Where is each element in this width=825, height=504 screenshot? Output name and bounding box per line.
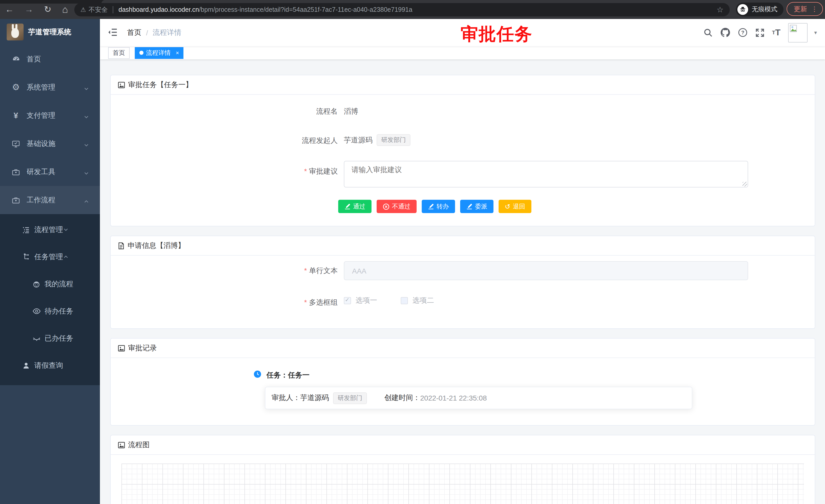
eye-closed-icon bbox=[31, 334, 42, 343]
dept-tag: 研发部门 bbox=[377, 134, 410, 146]
approver-value: 芋道源码 bbox=[300, 393, 329, 403]
required-asterisk: * bbox=[304, 298, 307, 306]
tree-icon bbox=[21, 253, 31, 261]
incognito-badge: 无痕模式 bbox=[736, 3, 783, 16]
sidebar-item-payment[interactable]: ¥ 支付管理 bbox=[0, 101, 100, 130]
url-path: /bpm/process-instance/detail?id=54aa251f… bbox=[199, 6, 712, 13]
tag-label: 流程详情 bbox=[146, 49, 171, 57]
browser-forward-button[interactable]: → bbox=[24, 4, 33, 15]
delegate-button[interactable]: 委派 bbox=[460, 200, 494, 213]
kebab-menu-icon[interactable]: ⋮ bbox=[811, 5, 818, 13]
process-starter-value: 芋道源码 bbox=[344, 136, 373, 145]
button-label: 不通过 bbox=[392, 202, 410, 211]
button-label: 通过 bbox=[353, 202, 365, 211]
sidebar-logo-row[interactable]: 芋道管理系统 bbox=[0, 19, 100, 45]
required-asterisk: * bbox=[304, 266, 307, 274]
bookmark-star-icon[interactable]: ☆ bbox=[717, 5, 724, 14]
button-label: 委派 bbox=[475, 202, 487, 211]
card-title: 流程图 bbox=[128, 440, 150, 449]
dept-tag: 研发部门 bbox=[333, 392, 367, 404]
card-title: 申请信息【滔博】 bbox=[128, 241, 185, 250]
font-size-icon[interactable]: TT bbox=[772, 28, 780, 37]
sidebar-item-home[interactable]: 首页 bbox=[0, 45, 100, 73]
github-icon[interactable] bbox=[720, 28, 730, 37]
url-host: dashboard.yudao.iocoder.cn bbox=[119, 6, 199, 13]
tags-view-bar: 首页 流程详情 × bbox=[100, 46, 825, 60]
sidebar-item-process-mgmt[interactable]: 流程管理 bbox=[0, 216, 100, 243]
tag-home[interactable]: 首页 bbox=[108, 47, 130, 59]
tag-process-detail[interactable]: 流程详情 × bbox=[135, 47, 184, 59]
avatar-broken-image[interactable] bbox=[788, 23, 808, 42]
robot-face-icon bbox=[31, 280, 42, 288]
address-bar[interactable]: ⚠ 不安全 dashboard.yudao.iocoder.cn /bpm/pr… bbox=[74, 3, 730, 16]
refresh-left-icon: ↺ bbox=[505, 203, 510, 210]
sidebar-item-done-tasks[interactable]: 已办任务 bbox=[0, 325, 100, 352]
browser-update-menu[interactable]: 更新 ⋮ bbox=[786, 2, 823, 16]
process-name-label: 流程名 bbox=[111, 107, 338, 116]
button-label: 转办 bbox=[437, 202, 449, 211]
sidebar-item-my-process[interactable]: 我的流程 bbox=[0, 270, 100, 298]
fullscreen-icon[interactable] bbox=[755, 28, 764, 37]
checkbox-group-label: *多选框组 bbox=[111, 298, 338, 307]
help-icon[interactable]: ? bbox=[738, 28, 747, 37]
transfer-button[interactable]: 转办 bbox=[422, 200, 455, 213]
checkbox-option2[interactable] bbox=[401, 297, 408, 304]
single-text-input[interactable] bbox=[344, 261, 748, 280]
bpmn-canvas-grid[interactable] bbox=[122, 464, 804, 504]
browser-reload-button[interactable]: ↻ bbox=[44, 4, 52, 15]
sidebar-item-system[interactable]: ⚙ 系统管理 bbox=[0, 73, 100, 101]
approve-record-card: 审批记录 任务：任务一 审批人： 芋道源码 研发部门 创建时间： 2022-01… bbox=[110, 338, 815, 426]
edit-icon bbox=[344, 203, 351, 209]
tag-label: 首页 bbox=[113, 49, 125, 57]
app-title: 芋道管理系统 bbox=[28, 27, 71, 36]
eye-open-icon bbox=[31, 307, 42, 316]
sidebar-item-label: 系统管理 bbox=[27, 83, 55, 92]
apply-info-card: 申请信息【滔博】 *单行文本 *多选框组 选项一 选项二 bbox=[110, 236, 815, 329]
return-button[interactable]: ↺ 退回 bbox=[499, 200, 531, 213]
screenshot-stage: ← → ↻ ⌂ ⚠ 不安全 dashboard.yudao.iocoder.cn… bbox=[0, 0, 825, 504]
advice-textarea[interactable] bbox=[344, 161, 748, 187]
picture-icon bbox=[118, 441, 125, 448]
sidebar-item-infrastructure[interactable]: 基础设施 bbox=[0, 130, 100, 158]
process-starter-label: 流程发起人 bbox=[111, 136, 338, 146]
main-area: 首页 / 流程详情 审批任务 ? TT bbox=[100, 19, 825, 504]
picture-icon bbox=[118, 81, 125, 88]
update-label: 更新 bbox=[794, 4, 807, 14]
chevron-down-icon bbox=[63, 226, 69, 234]
sidebar-item-todo-tasks[interactable]: 待办任务 bbox=[0, 298, 100, 325]
sidebar-item-task-mgmt[interactable]: 任务管理 bbox=[0, 243, 100, 270]
sidebar-item-label: 支付管理 bbox=[27, 111, 55, 120]
incognito-icon bbox=[737, 4, 748, 15]
chevron-up-icon bbox=[83, 197, 89, 205]
list-icon bbox=[21, 226, 31, 234]
security-label: 不安全 bbox=[89, 5, 108, 14]
approve-task-card: 审批任务【任务一】 流程名 滔博 流程发起人 芋道源码 研发部门 *审批建议 通… bbox=[110, 75, 815, 226]
sidebar-item-devtools[interactable]: 研发工具 bbox=[0, 158, 100, 186]
edit-icon bbox=[466, 203, 472, 209]
approve-button[interactable]: 通过 bbox=[338, 200, 372, 213]
checkbox-option1[interactable] bbox=[344, 297, 351, 304]
chevron-down-icon[interactable]: ▼ bbox=[813, 30, 818, 35]
person-icon bbox=[21, 361, 31, 369]
app-logo bbox=[7, 23, 23, 40]
reject-button[interactable]: 不通过 bbox=[377, 200, 417, 213]
button-label: 退回 bbox=[513, 202, 525, 211]
breadcrumb-home[interactable]: 首页 bbox=[127, 28, 141, 37]
svg-text:?: ? bbox=[741, 30, 744, 35]
checkbox-label: 选项一 bbox=[356, 296, 377, 305]
search-icon[interactable] bbox=[703, 28, 712, 37]
checkbox-group: 选项一 选项二 bbox=[344, 296, 434, 305]
sidebar-item-label: 已办任务 bbox=[45, 334, 73, 343]
browser-home-button[interactable]: ⌂ bbox=[62, 4, 68, 15]
textarea-resize-handle[interactable] bbox=[743, 182, 747, 186]
browser-back-button[interactable]: ← bbox=[5, 4, 14, 15]
edit-icon bbox=[428, 203, 434, 209]
timeline-task-title: 任务：任务一 bbox=[267, 371, 309, 380]
active-tag-dot bbox=[139, 51, 144, 55]
sidebar-item-label: 首页 bbox=[27, 55, 41, 64]
close-icon[interactable]: × bbox=[176, 50, 179, 56]
sidebar-toggle-icon[interactable] bbox=[107, 28, 118, 39]
sidebar: 芋道管理系统 首页 ⚙ 系统管理 ¥ 支付管理 基础设施 bbox=[0, 19, 100, 504]
sidebar-item-workflow[interactable]: 工作流程 bbox=[0, 186, 100, 214]
sidebar-item-leave-query[interactable]: 请假查询 bbox=[0, 352, 100, 379]
